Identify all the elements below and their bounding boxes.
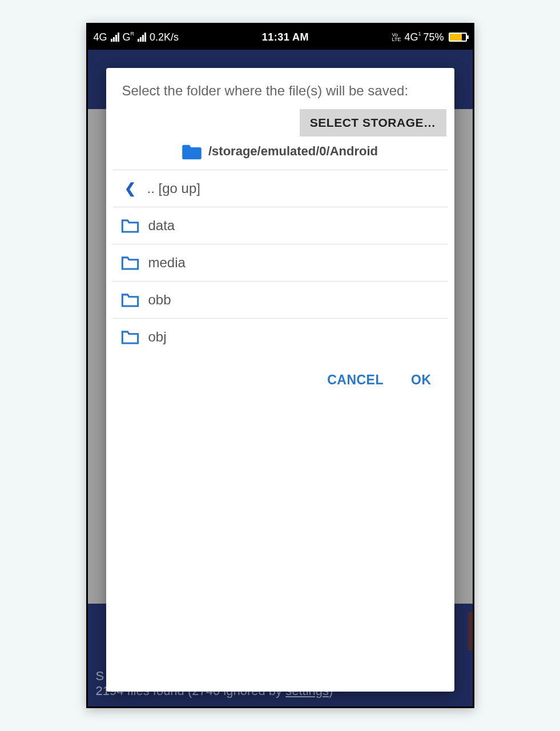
folder-outline-icon (121, 330, 139, 344)
go-up-row[interactable]: ❮ .. [go up] (113, 170, 448, 207)
current-path-row: /storage/emulated/0/Android (106, 143, 454, 170)
battery-percent: 75% (423, 31, 444, 43)
folder-outline-icon (121, 255, 139, 270)
dialog-actions: CANCEL OK (106, 355, 454, 401)
volte-icon: VoLTE (392, 33, 401, 42)
folder-outline-icon (121, 218, 139, 233)
data-speed: 0.2K/s (150, 31, 179, 43)
folder-list: ❮ .. [go up] data media obb (113, 170, 448, 355)
network2-label: GR (123, 31, 135, 43)
right-network: 4G1 (404, 31, 421, 43)
go-up-label: .. [go up] (147, 180, 200, 196)
status-left: 4G GR 0.2K/s (94, 31, 179, 43)
current-path: /storage/emulated/0/Android (208, 144, 378, 159)
status-bar: 4G GR 0.2K/s 11:31 AM VoLTE 4G1 75% (88, 25, 473, 50)
select-storage-button[interactable]: SELECT STORAGE… (300, 109, 446, 136)
battery-icon (449, 33, 467, 42)
folder-name: media (148, 255, 186, 271)
ok-button[interactable]: OK (411, 372, 432, 388)
folder-picker-dialog: Select the folder where the file(s) will… (106, 68, 454, 692)
folder-name: obj (148, 329, 167, 345)
footer-button-edge (468, 612, 473, 650)
folder-name: data (148, 218, 175, 234)
chevron-left-icon: ❮ (124, 180, 136, 196)
folder-name: obb (148, 292, 171, 308)
folder-row[interactable]: obj (113, 319, 448, 355)
clock: 11:31 AM (262, 31, 309, 43)
folder-row[interactable]: data (113, 207, 448, 244)
signal-icon (138, 33, 146, 42)
cancel-button[interactable]: CANCEL (327, 372, 384, 388)
signal-icon (111, 33, 119, 42)
network1-label: 4G (94, 31, 107, 43)
phone-frame: 4G GR 0.2K/s 11:31 AM VoLTE 4G1 75% S 21… (86, 23, 474, 708)
folder-row[interactable]: obb (113, 282, 448, 319)
dialog-title: Select the folder where the file(s) will… (106, 68, 454, 107)
folder-icon (182, 143, 202, 159)
folder-outline-icon (121, 292, 139, 307)
folder-row[interactable]: media (113, 244, 448, 282)
storage-row: SELECT STORAGE… (106, 107, 454, 143)
status-right: VoLTE 4G1 75% (392, 31, 467, 43)
